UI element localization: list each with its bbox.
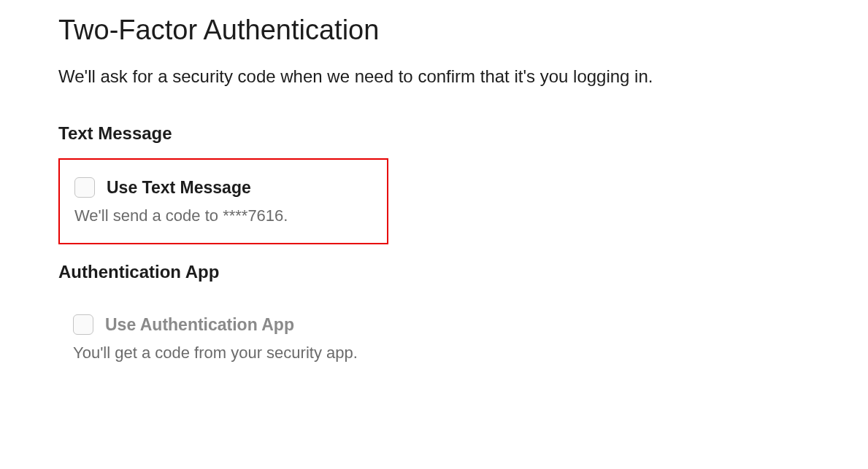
page-title: Two-Factor Authentication <box>58 15 810 46</box>
text-message-option-row: Use Text Message <box>74 177 372 198</box>
auth-app-description: You'll get a code from your security app… <box>73 344 795 363</box>
text-message-description: We'll send a code to ****7616. <box>74 206 372 225</box>
auth-app-heading: Authentication App <box>58 262 810 282</box>
use-auth-app-checkbox[interactable] <box>73 314 93 335</box>
auth-app-option-box: Use Authentication App You'll get a code… <box>58 297 810 380</box>
use-text-message-checkbox[interactable] <box>74 177 95 198</box>
use-text-message-label: Use Text Message <box>107 178 251 198</box>
auth-app-option-row: Use Authentication App <box>73 314 795 335</box>
use-auth-app-label: Use Authentication App <box>105 315 294 335</box>
text-message-option-box: Use Text Message We'll send a code to **… <box>58 158 388 244</box>
page-description: We'll ask for a security code when we ne… <box>58 66 810 87</box>
text-message-heading: Text Message <box>58 123 810 144</box>
